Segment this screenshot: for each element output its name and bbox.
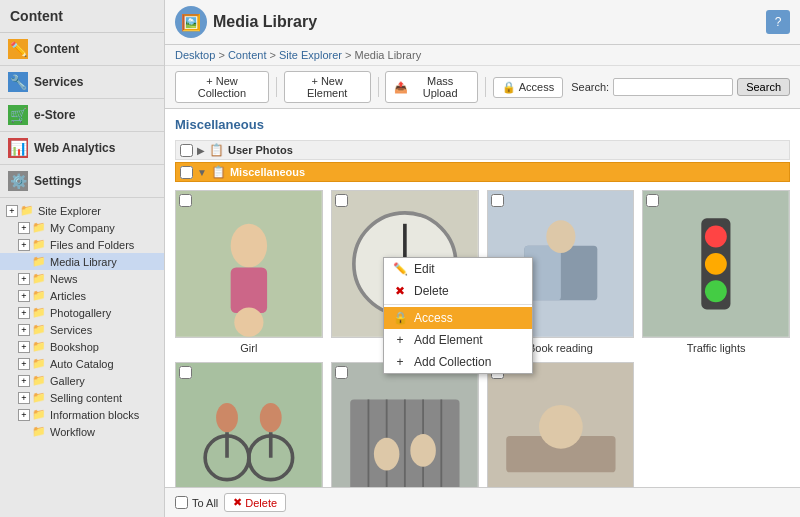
thumbnail-wrapper[interactable] bbox=[642, 190, 790, 338]
search-input[interactable] bbox=[613, 78, 733, 96]
breadcrumb-item[interactable]: Site Explorer bbox=[279, 49, 342, 61]
tree-item[interactable]: + 📁 Gallery bbox=[0, 372, 164, 389]
nav-icon-services: 🔧 bbox=[8, 72, 28, 92]
tree-expand[interactable]: + bbox=[18, 307, 30, 319]
tree-expand[interactable]: + bbox=[18, 239, 30, 251]
thumbnail-wrapper[interactable] bbox=[175, 362, 323, 487]
tree-item[interactable]: + 📁 Site Explorer bbox=[0, 202, 164, 219]
tree-expand[interactable]: + bbox=[18, 324, 30, 336]
ctx-icon: + bbox=[392, 355, 408, 369]
tree-folder-icon: 📁 bbox=[32, 323, 46, 336]
new-collection-button[interactable]: + New Collection bbox=[175, 71, 269, 103]
access-icon: 🔒 bbox=[502, 81, 516, 94]
tree-expand[interactable]: + bbox=[18, 341, 30, 353]
tree-item[interactable]: + 📁 News bbox=[0, 270, 164, 287]
tree-label: Bookshop bbox=[50, 341, 99, 353]
sidebar-item-estore[interactable]: 🛒 e-Store bbox=[0, 99, 164, 132]
svg-point-32 bbox=[374, 437, 400, 470]
content-tree-row[interactable]: ▼ 📋 Miscellaneous bbox=[175, 162, 790, 182]
content-tree-row[interactable]: ▶ 📋 User Photos bbox=[175, 140, 790, 160]
thumbnail-label: Girl bbox=[240, 342, 257, 354]
tree-label: Photogallery bbox=[50, 307, 111, 319]
ctx-icon: ✖ bbox=[392, 284, 408, 298]
thumbnail-checkbox[interactable] bbox=[646, 194, 659, 207]
tree-folder-icon: 📁 bbox=[32, 289, 46, 302]
thumbnail-wrapper[interactable] bbox=[331, 362, 479, 487]
thumbnail-image bbox=[176, 191, 322, 337]
svg-point-3 bbox=[234, 308, 263, 337]
to-all-checkbox-label[interactable]: To All bbox=[175, 496, 218, 509]
breadcrumb-item[interactable]: Content bbox=[228, 49, 267, 61]
search-button[interactable]: Search bbox=[737, 78, 790, 96]
tree-expand[interactable]: + bbox=[18, 358, 30, 370]
sidebar-item-services[interactable]: 🔧 Services bbox=[0, 66, 164, 99]
sidebar: Content ✏️ Content 🔧 Services 🛒 e-Store … bbox=[0, 0, 165, 517]
row-label: User Photos bbox=[228, 144, 293, 156]
tree-item[interactable]: 📁 Media Library bbox=[0, 253, 164, 270]
sidebar-item-analytics[interactable]: 📊 Web Analytics bbox=[0, 132, 164, 165]
tree-item[interactable]: + 📁 Auto Catalog bbox=[0, 355, 164, 372]
context-menu-item-edit[interactable]: ✏️ Edit bbox=[384, 258, 532, 280]
tree-item[interactable]: + 📁 Information blocks bbox=[0, 406, 164, 423]
toolbar: + New Collection + New Element 📤 Mass Up… bbox=[165, 66, 800, 109]
thumbnail-checkbox[interactable] bbox=[335, 366, 348, 379]
sidebar-item-content[interactable]: ✏️ Content bbox=[0, 33, 164, 66]
delete-icon: ✖ bbox=[233, 496, 242, 509]
thumbnail-wrapper[interactable] bbox=[175, 190, 323, 338]
tree-arrow[interactable]: ▼ bbox=[197, 167, 207, 178]
thumbnail-image bbox=[332, 363, 478, 487]
ctx-label: Edit bbox=[414, 262, 435, 276]
thumbnail-checkbox[interactable] bbox=[491, 194, 504, 207]
row-label: Miscellaneous bbox=[230, 166, 305, 178]
tree-item[interactable]: + 📁 Articles bbox=[0, 287, 164, 304]
context-menu-item-delete[interactable]: ✖ Delete bbox=[384, 280, 532, 302]
tree-expand[interactable]: + bbox=[18, 222, 30, 234]
row-checkbox[interactable] bbox=[180, 144, 193, 157]
sidebar-title: Content bbox=[0, 0, 164, 33]
tree-expand[interactable]: + bbox=[18, 409, 30, 421]
tree-expand[interactable]: + bbox=[18, 273, 30, 285]
tree-arrow[interactable]: ▶ bbox=[197, 145, 205, 156]
tree-folder-icon: 📁 bbox=[20, 204, 34, 217]
breadcrumb-item[interactable]: Desktop bbox=[175, 49, 215, 61]
help-button[interactable]: ? bbox=[766, 10, 790, 34]
row-icon: 📋 bbox=[209, 143, 224, 157]
thumbnail-checkbox[interactable] bbox=[335, 194, 348, 207]
tree-expand[interactable]: + bbox=[18, 392, 30, 404]
context-menu-item-add-collection[interactable]: + Add Collection bbox=[384, 351, 532, 373]
context-menu-item-add-element[interactable]: + Add Element bbox=[384, 329, 532, 351]
svg-point-17 bbox=[705, 280, 727, 302]
new-element-button[interactable]: + New Element bbox=[284, 71, 371, 103]
access-button[interactable]: 🔒 Access bbox=[493, 77, 563, 98]
toolbar-separator bbox=[276, 77, 277, 97]
svg-point-36 bbox=[539, 405, 583, 449]
tree-item[interactable]: + 📁 Services bbox=[0, 321, 164, 338]
tree-item[interactable]: + 📁 Bookshop bbox=[0, 338, 164, 355]
row-checkbox[interactable] bbox=[180, 166, 193, 179]
ctx-label: Delete bbox=[414, 284, 449, 298]
thumbnail-checkbox[interactable] bbox=[179, 366, 192, 379]
thumbnail-label: Book reading bbox=[528, 342, 593, 354]
svg-point-16 bbox=[705, 253, 727, 275]
tree-label: My Company bbox=[50, 222, 115, 234]
delete-button[interactable]: ✖ Delete bbox=[224, 493, 286, 512]
tree-item[interactable]: + 📁 Selling content bbox=[0, 389, 164, 406]
thumbnail-checkbox[interactable] bbox=[179, 194, 192, 207]
context-menu-item-access[interactable]: 🔒 Access bbox=[384, 307, 532, 329]
tree-label: Information blocks bbox=[50, 409, 139, 421]
tree-expand[interactable]: + bbox=[18, 375, 30, 387]
tree-expand[interactable]: + bbox=[18, 290, 30, 302]
tree-label: Gallery bbox=[50, 375, 85, 387]
thumbnail-item: Girl bbox=[175, 190, 323, 354]
tree-item[interactable]: + 📁 My Company bbox=[0, 219, 164, 236]
sidebar-item-settings[interactable]: ⚙️ Settings bbox=[0, 165, 164, 198]
nav-icon-analytics: 📊 bbox=[8, 138, 28, 158]
tree-folder-icon: 📁 bbox=[32, 357, 46, 370]
mass-upload-button[interactable]: 📤 Mass Upload bbox=[385, 71, 477, 103]
to-all-checkbox[interactable] bbox=[175, 496, 188, 509]
tree-expand[interactable]: + bbox=[6, 205, 18, 217]
thumbnail-wrapper[interactable] bbox=[487, 362, 635, 487]
tree-item[interactable]: 📁 Workflow bbox=[0, 423, 164, 440]
tree-item[interactable]: + 📁 Files and Folders bbox=[0, 236, 164, 253]
tree-item[interactable]: + 📁 Photogallery bbox=[0, 304, 164, 321]
